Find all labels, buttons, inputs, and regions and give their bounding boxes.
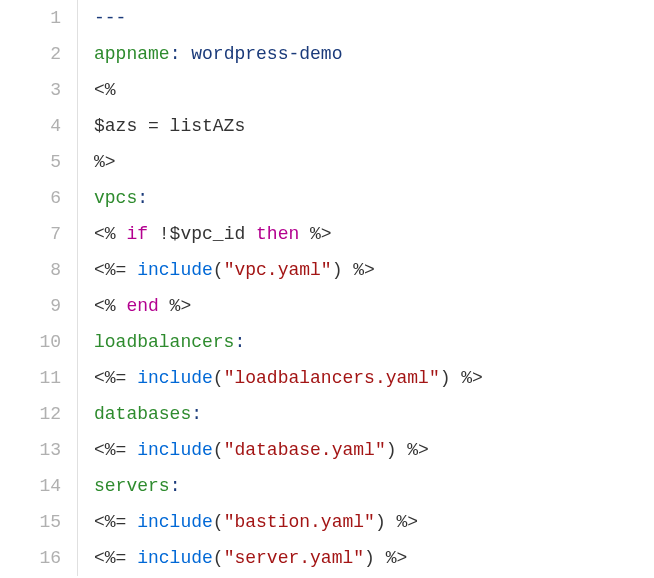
- line-number: 10: [0, 324, 61, 360]
- code-content: ---appname: wordpress-demo<%$azs = listA…: [78, 0, 654, 576]
- code-token: :: [234, 333, 245, 351]
- line-number: 7: [0, 216, 61, 252]
- code-token: <%=: [94, 369, 137, 387]
- code-token: "server.yaml": [224, 549, 364, 567]
- code-token: <%=: [94, 261, 137, 279]
- line-number: 8: [0, 252, 61, 288]
- line-number: 13: [0, 432, 61, 468]
- code-token: (: [213, 261, 224, 279]
- code-token: if: [126, 225, 148, 243]
- line-number: 11: [0, 360, 61, 396]
- code-token: loadbalancers: [94, 333, 234, 351]
- code-token: "database.yaml": [224, 441, 386, 459]
- code-line: <% if !$vpc_id then %>: [94, 216, 654, 252]
- code-token: <%=: [94, 441, 137, 459]
- code-line: databases:: [94, 396, 654, 432]
- code-token: <%: [94, 81, 116, 99]
- code-token: %>: [94, 153, 116, 171]
- code-token: vpcs: [94, 189, 137, 207]
- code-token: end: [126, 297, 158, 315]
- code-token: %>: [299, 225, 331, 243]
- code-token: ---: [94, 9, 126, 27]
- code-token: !$vpc_id: [148, 225, 256, 243]
- line-number: 4: [0, 108, 61, 144]
- line-number: 5: [0, 144, 61, 180]
- code-line: <% end %>: [94, 288, 654, 324]
- code-token: <%=: [94, 549, 137, 567]
- code-token: %>: [159, 297, 191, 315]
- code-line: %>: [94, 144, 654, 180]
- code-token: include: [137, 549, 213, 567]
- code-token: (: [213, 549, 224, 567]
- code-token: :: [170, 477, 181, 495]
- code-line: <%: [94, 72, 654, 108]
- code-token: :: [191, 405, 202, 423]
- code-line: <%= include("bastion.yaml") %>: [94, 504, 654, 540]
- code-token: (: [213, 513, 224, 531]
- code-token: <%: [94, 297, 126, 315]
- code-token: include: [137, 441, 213, 459]
- code-token: <%=: [94, 513, 137, 531]
- code-line: <%= include("server.yaml") %>: [94, 540, 654, 576]
- code-line: servers:: [94, 468, 654, 504]
- code-token: "loadbalancers.yaml": [224, 369, 440, 387]
- line-number: 9: [0, 288, 61, 324]
- code-line: <%= include("vpc.yaml") %>: [94, 252, 654, 288]
- line-number: 15: [0, 504, 61, 540]
- code-token: ) %>: [375, 513, 418, 531]
- code-line: ---: [94, 0, 654, 36]
- code-token: "vpc.yaml": [224, 261, 332, 279]
- code-line: <%= include("database.yaml") %>: [94, 432, 654, 468]
- code-token: wordpress-demo: [191, 45, 342, 63]
- code-token: ) %>: [440, 369, 483, 387]
- code-token: <%: [94, 225, 126, 243]
- code-line: $azs = listAZs: [94, 108, 654, 144]
- code-token: "bastion.yaml": [224, 513, 375, 531]
- line-number: 14: [0, 468, 61, 504]
- code-line: <%= include("loadbalancers.yaml") %>: [94, 360, 654, 396]
- code-token: servers: [94, 477, 170, 495]
- code-token: ) %>: [364, 549, 407, 567]
- line-number: 6: [0, 180, 61, 216]
- code-token: ) %>: [386, 441, 429, 459]
- line-number: 12: [0, 396, 61, 432]
- code-token: (: [213, 441, 224, 459]
- code-line: vpcs:: [94, 180, 654, 216]
- code-token: include: [137, 369, 213, 387]
- code-token: include: [137, 261, 213, 279]
- code-token: :: [137, 189, 148, 207]
- code-token: appname: [94, 45, 170, 63]
- code-token: then: [256, 225, 299, 243]
- line-number-gutter: 12345678910111213141516: [0, 0, 78, 576]
- code-token: (: [213, 369, 224, 387]
- code-line: appname: wordpress-demo: [94, 36, 654, 72]
- line-number: 2: [0, 36, 61, 72]
- code-block: 12345678910111213141516 ---appname: word…: [0, 0, 654, 576]
- code-token: include: [137, 513, 213, 531]
- code-token: $azs = listAZs: [94, 117, 245, 135]
- code-token: ) %>: [332, 261, 375, 279]
- code-line: loadbalancers:: [94, 324, 654, 360]
- code-token: :: [170, 45, 192, 63]
- line-number: 3: [0, 72, 61, 108]
- line-number: 16: [0, 540, 61, 576]
- code-token: databases: [94, 405, 191, 423]
- line-number: 1: [0, 0, 61, 36]
